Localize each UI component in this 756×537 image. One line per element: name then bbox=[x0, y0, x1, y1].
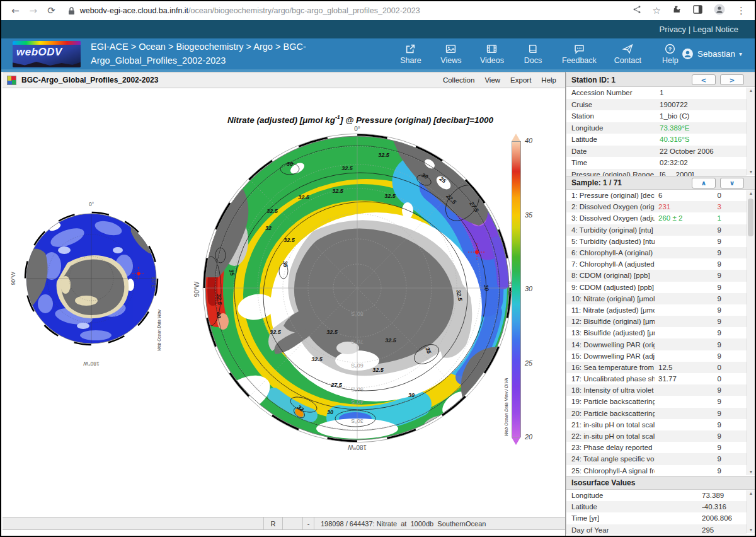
table-row[interactable]: Time02:32:02 bbox=[566, 157, 747, 169]
table-row[interactable]: 25: Chlorophyll-A signal from flu9 bbox=[566, 465, 747, 476]
user-menu[interactable]: Sebastian ▾ bbox=[682, 48, 742, 60]
bookmark-star-icon[interactable]: ☆ bbox=[653, 5, 661, 16]
menu-item-docs[interactable]: Docs bbox=[522, 43, 544, 65]
table-row[interactable]: 21: in-situ pH on total scale (ori9 bbox=[566, 419, 747, 430]
variable-label: 11: Nitrate (adjusted) [μmol kg-1 bbox=[571, 306, 655, 314]
menu-item-feedback[interactable]: Feedback bbox=[562, 43, 597, 65]
lat-labels-text: 80°S bbox=[351, 311, 364, 317]
quality-flag: 1 bbox=[702, 214, 721, 222]
browser-reload-icon[interactable]: ⟳ bbox=[47, 5, 55, 16]
table-row[interactable]: 4: Turbidity (original) [ntu]9 bbox=[566, 224, 747, 236]
table-row[interactable]: 24: Total angle specific volume9 bbox=[566, 453, 747, 465]
row-value: 73.389°E bbox=[660, 124, 689, 132]
variable-label: 10: Nitrate (original) [μmol kg-1] bbox=[571, 295, 655, 303]
app-header: webODV EGI-ACE > Ocean > Biogeochemistry… bbox=[1, 38, 755, 72]
table-row[interactable]: Time [yr]2006.806 bbox=[566, 512, 747, 524]
table-row[interactable]: 8: CDOM (original) [ppb]9 bbox=[566, 270, 747, 281]
table-row[interactable]: 12: Bisulfide (original) [μmol kg-9 bbox=[566, 316, 747, 327]
header-menu: Share Views Videos Docs Feedback Contact bbox=[399, 43, 682, 65]
status-cell-mode[interactable]: R bbox=[264, 517, 283, 529]
table-row[interactable]: 5: Turbidity (adjusted) [ntu]9 bbox=[566, 236, 747, 247]
quality-flag: 9 bbox=[702, 318, 721, 325]
row-label: Cruise bbox=[571, 101, 592, 108]
table-row[interactable]: 1: Pressure (original) [decibar]60 bbox=[566, 190, 747, 201]
table-row[interactable]: Latitude40.316°S bbox=[566, 134, 747, 146]
share-nodes-icon[interactable] bbox=[633, 5, 641, 16]
url-bar[interactable]: webodv-egi-ace.cloud.ba.infn.it/ocean/bi… bbox=[80, 6, 420, 15]
table-row[interactable]: 7: Chlorophyll-A (adjusted) [mg9 bbox=[566, 258, 747, 270]
sample-value: 6 bbox=[658, 192, 662, 199]
collection-title: BGC-Argo_Global_Profiles_2002-2023 bbox=[21, 76, 158, 84]
table-row[interactable]: 22: in-situ pH on total scale (adj9 bbox=[566, 430, 747, 442]
speech-bubble-icon bbox=[574, 43, 585, 54]
main-polar-map[interactable]: 32.532.53032.532.532.5302522.527.532.532… bbox=[190, 108, 512, 452]
browser-profile-avatar[interactable] bbox=[714, 4, 725, 18]
menu-help[interactable]: Help bbox=[541, 76, 556, 84]
table-row[interactable]: 20: Particle backscattering at 709 bbox=[566, 408, 747, 419]
menu-view[interactable]: View bbox=[484, 76, 500, 84]
menu-item-videos[interactable]: Videos bbox=[480, 43, 504, 65]
table-row[interactable]: 3: Dissolved Oxygen (adjusted)260 ± 21 bbox=[566, 212, 747, 224]
table-row[interactable]: 10: Nitrate (original) [μmol kg-1]9 bbox=[566, 293, 747, 304]
browser-back-icon[interactable]: ← bbox=[11, 5, 20, 16]
contour-labels-text: 32.5 bbox=[284, 237, 295, 243]
browser-menu-icon[interactable]: ⋮ bbox=[736, 5, 746, 16]
breadcrumb[interactable]: EGI-ACE > Ocean > Biogeochemistry > Argo… bbox=[91, 40, 387, 68]
table-row[interactable]: 14: Downwelling PAR (original)9 bbox=[566, 338, 747, 350]
menu-export[interactable]: Export bbox=[510, 76, 531, 84]
legal-bar: Privacy | Legal Notice bbox=[1, 20, 755, 38]
isosurface-scrollbar[interactable]: ▲▼ bbox=[747, 490, 755, 533]
webodv-logo[interactable]: webODV bbox=[13, 41, 81, 67]
menu-item-views[interactable]: Views bbox=[440, 43, 462, 65]
colorbar: 4035302520 Web Ocean Data View / DIVA bbox=[504, 134, 543, 449]
next-sample-button[interactable]: ∨ bbox=[720, 178, 744, 188]
table-row[interactable]: 2: Dissolved Oxygen (original) [2313 bbox=[566, 201, 747, 212]
variable-label: 2: Dissolved Oxygen (original) [ bbox=[571, 203, 655, 211]
scrollbar-thumb[interactable] bbox=[748, 199, 753, 236]
quality-flag: 0 bbox=[702, 364, 721, 371]
station-scrollbar[interactable]: ▲▼ bbox=[747, 88, 755, 175]
row-label: Accession Number bbox=[571, 89, 633, 96]
menu-item-share[interactable]: Share bbox=[399, 43, 422, 65]
contour-labels-text: 32.5 bbox=[384, 193, 396, 199]
table-row[interactable]: 23: Phase delay reported by ox9 bbox=[566, 442, 747, 453]
table-row[interactable]: 9: CDOM (adjusted) [ppb]9 bbox=[566, 282, 747, 293]
mini-labels-text: 180°W bbox=[83, 361, 100, 367]
table-row[interactable]: Longitude73.389°E bbox=[566, 122, 747, 134]
variable-label: 19: Particle backscattering at 70 bbox=[571, 398, 655, 405]
previous-sample-button[interactable]: ∧ bbox=[692, 178, 716, 188]
menu-item-contact[interactable]: Contact bbox=[614, 43, 641, 65]
table-row[interactable]: 11: Nitrate (adjusted) [μmol kg-19 bbox=[566, 304, 747, 316]
browser-forward-icon[interactable]: → bbox=[30, 5, 38, 16]
table-row[interactable]: Day of Year295 bbox=[566, 524, 747, 534]
table-row[interactable]: 13: Bisulfide (adjusted) [μmol kg9 bbox=[566, 327, 747, 338]
table-row[interactable]: 6: Chlorophyll-A (original) [mg n9 bbox=[566, 247, 747, 258]
extensions-puzzle-icon[interactable] bbox=[672, 5, 682, 17]
table-row[interactable]: Longitude73.389 bbox=[566, 490, 747, 501]
privacy-legal-links[interactable]: Privacy | Legal Notice bbox=[660, 25, 755, 34]
variable-label: 23: Phase delay reported by ox bbox=[571, 444, 655, 451]
menu-collection[interactable]: Collection bbox=[443, 76, 475, 84]
table-row[interactable]: Accession Number1 bbox=[566, 87, 747, 99]
axis-labels-text: 180°W bbox=[347, 444, 367, 451]
table-row[interactable]: 17: Uncalibrated phase shift rep31.770 bbox=[566, 373, 747, 384]
lock-icon[interactable] bbox=[68, 7, 75, 15]
table-row[interactable]: Station1_bio (C) bbox=[566, 110, 747, 122]
variable-label: 12: Bisulfide (original) [μmol kg- bbox=[571, 318, 655, 325]
table-row[interactable]: 15: Downwelling PAR (adjusted9 bbox=[566, 350, 747, 362]
side-panel-icon[interactable] bbox=[693, 5, 702, 16]
mini-labels-text: 90°E bbox=[151, 277, 157, 289]
previous-station-button[interactable]: < bbox=[692, 74, 716, 85]
table-row[interactable]: Pressure (original) Range [decib[6 ... 2… bbox=[566, 169, 747, 176]
table-row[interactable]: Cruise1900722 bbox=[566, 99, 747, 111]
next-station-button[interactable]: > bbox=[720, 74, 744, 85]
table-row[interactable]: 19: Particle backscattering at 709 bbox=[566, 396, 747, 407]
table-row[interactable]: Latitude-40.316 bbox=[566, 501, 747, 512]
quality-flag: 9 bbox=[702, 421, 721, 429]
table-row[interactable]: Date22 October 2006 bbox=[566, 146, 747, 158]
table-row[interactable]: 16: Sea temperature from oxyg12.50 bbox=[566, 362, 747, 373]
overview-map[interactable]: 0°90°W90°E180°W Web Ocean Data View bbox=[8, 190, 171, 370]
chevron-down-icon: ▾ bbox=[739, 50, 742, 57]
menu-item-help[interactable]: ? Help bbox=[659, 43, 682, 65]
table-row[interactable]: 18: Intensity of ultra violet flux d9 bbox=[566, 384, 747, 396]
